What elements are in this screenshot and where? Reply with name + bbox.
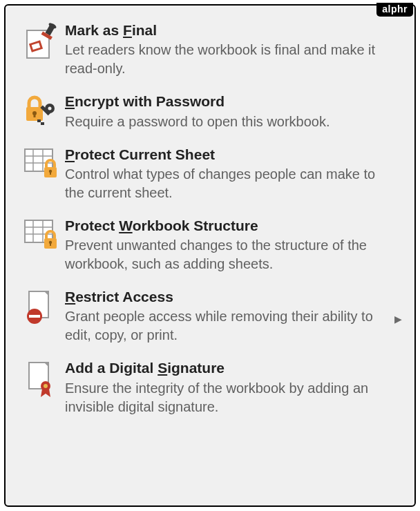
menu-item-text: Encrypt with Password Require a password… (65, 92, 408, 131)
svg-rect-21 (50, 171, 51, 175)
svg-rect-13 (41, 122, 44, 125)
svg-rect-33 (29, 315, 40, 318)
menu-item-desc: Prevent unwanted changes to the structur… (65, 236, 388, 273)
menu-item-text: Restrict Access Grant people access whil… (65, 287, 408, 345)
menu-item-text: Mark as Final Let readers know the workb… (65, 21, 408, 78)
menu-item-encrypt-with-password[interactable]: Encrypt with Password Require a password… (17, 88, 408, 140)
lock-key-icon (17, 92, 65, 128)
menu-item-mark-as-final[interactable]: Mark as Final Let readers know the workb… (17, 17, 408, 88)
menu-list: Mark as Final Let readers know the workb… (17, 17, 408, 426)
menu-item-title: Restrict Access (65, 287, 388, 306)
svg-rect-8 (34, 113, 36, 117)
sheet-lock-icon (17, 145, 65, 181)
menu-item-title: Add a Digital Signature (65, 358, 388, 377)
protect-workbook-menu: Mark as Final Let readers know the workb… (4, 4, 416, 507)
menu-item-desc: Ensure the integrity of the workbook by … (65, 379, 388, 416)
menu-item-protect-current-sheet[interactable]: Protect Current Sheet Control what types… (17, 141, 408, 212)
stamp-icon (17, 21, 65, 59)
menu-item-restrict-access[interactable]: Restrict Access Grant people access whil… (17, 283, 408, 354)
document-ribbon-icon (17, 358, 65, 398)
menu-item-protect-workbook-structure[interactable]: Protect Workbook Structure Prevent unwan… (17, 212, 408, 283)
menu-item-add-digital-signature[interactable]: Add a Digital Signature Ensure the integ… (17, 354, 408, 425)
menu-item-desc: Let readers know the workbook is final a… (65, 41, 388, 78)
menu-item-text: Protect Workbook Structure Prevent unwan… (65, 216, 408, 273)
svg-rect-29 (50, 242, 51, 246)
menu-item-title: Protect Workbook Structure (65, 216, 388, 235)
svg-point-10 (48, 107, 52, 110)
workbook-lock-icon (17, 216, 65, 252)
watermark-badge: alphr (376, 3, 413, 17)
menu-item-text: Add a Digital Signature Ensure the integ… (65, 358, 408, 416)
svg-rect-12 (37, 119, 41, 122)
menu-item-title: Protect Current Sheet (65, 145, 388, 164)
menu-item-title: Mark as Final (65, 21, 388, 39)
svg-point-37 (44, 384, 48, 388)
menu-item-desc: Require a password to open this workbook… (65, 113, 388, 131)
submenu-arrow-icon: ▶ (394, 314, 402, 325)
menu-item-desc: Control what types of changes people can… (65, 165, 388, 202)
menu-item-text: Protect Current Sheet Control what types… (65, 145, 408, 202)
document-restrict-icon (17, 287, 65, 326)
menu-item-desc: Grant people access while removing their… (65, 307, 388, 345)
menu-item-title: Encrypt with Password (65, 92, 388, 110)
